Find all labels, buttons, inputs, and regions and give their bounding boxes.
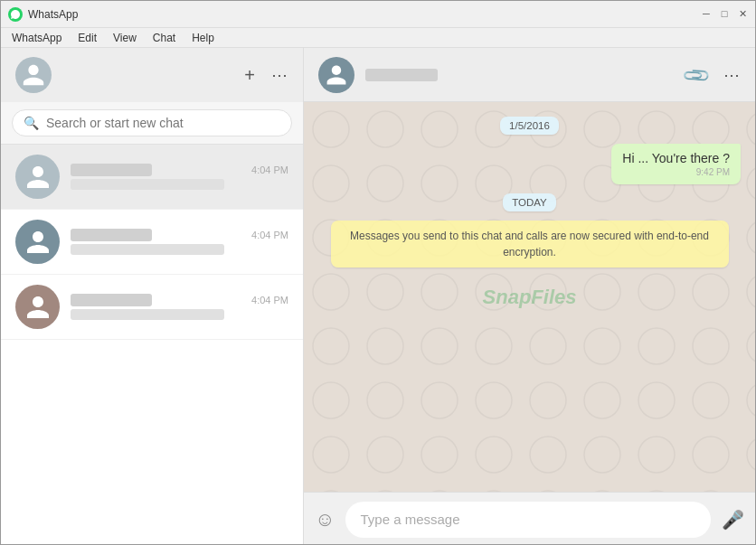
- active-contact-name: [365, 69, 438, 81]
- contact-name: [71, 294, 152, 306]
- chat-info: 4:04 PM: [71, 229, 288, 255]
- menu-chat[interactable]: Chat: [146, 30, 183, 46]
- date-badge: TODAY: [503, 193, 556, 211]
- chat-item[interactable]: 4:04 PM: [1, 210, 303, 275]
- encryption-notice: Messages you send to this chat and calls…: [331, 221, 729, 268]
- message-wrapper: Hi ... You're there ? 9:42 PM: [318, 144, 741, 184]
- contact-avatar: [15, 220, 60, 264]
- chat-preview: [71, 179, 224, 190]
- new-chat-button[interactable]: +: [244, 65, 255, 86]
- left-panel: + ⋯ 🔍 4:04 PM: [1, 48, 304, 545]
- date-badge: 1/5/2016: [500, 117, 559, 135]
- message-input[interactable]: [345, 502, 711, 538]
- emoji-button[interactable]: ☺: [315, 508, 335, 531]
- chat-time: 4:04 PM: [251, 295, 288, 305]
- contact-avatar: [15, 285, 60, 329]
- menu-bar: WhatsApp Edit View Chat Help: [1, 28, 755, 48]
- close-button[interactable]: ✕: [737, 9, 748, 20]
- menu-whatsapp[interactable]: WhatsApp: [5, 30, 69, 46]
- menu-view[interactable]: View: [106, 30, 144, 46]
- chat-item[interactable]: 4:04 PM: [1, 145, 303, 210]
- message-text: Hi ... You're there ?: [622, 151, 730, 165]
- contact-info: [365, 69, 674, 81]
- chat-item[interactable]: 4:04 PM: [1, 275, 303, 340]
- chat-preview: [71, 244, 224, 255]
- maximize-button[interactable]: □: [719, 9, 730, 20]
- active-contact-avatar[interactable]: [318, 57, 354, 93]
- search-input[interactable]: [46, 116, 280, 130]
- right-header: 📎 ⋯: [304, 48, 755, 102]
- app-icon: [8, 7, 23, 22]
- title-bar: WhatsApp ─ □ ✕: [1, 1, 755, 28]
- search-icon: 🔍: [24, 116, 39, 130]
- search-bar: 🔍: [1, 102, 303, 145]
- message-bubble: Hi ... You're there ? 9:42 PM: [611, 144, 741, 184]
- chat-time: 4:04 PM: [251, 164, 288, 175]
- window-title: WhatsApp: [28, 8, 701, 21]
- profile-avatar[interactable]: [15, 57, 52, 93]
- left-header: + ⋯: [1, 48, 303, 102]
- contact-name: [71, 229, 152, 241]
- watermark: SnapFiles: [483, 286, 577, 309]
- minimize-button[interactable]: ─: [701, 9, 712, 20]
- input-area: ☺ 🎤: [304, 492, 755, 545]
- chat-info: 4:04 PM: [71, 164, 288, 190]
- messages-area: SnapFiles 1/5/2016 Hi ... You're there ?…: [304, 102, 755, 492]
- menu-help[interactable]: Help: [184, 30, 222, 46]
- mic-button[interactable]: 🎤: [722, 509, 744, 531]
- contact-avatar: [15, 155, 60, 199]
- app-container: + ⋯ 🔍 4:04 PM: [1, 48, 755, 545]
- contact-name: [71, 164, 152, 176]
- left-header-actions: + ⋯: [244, 65, 288, 86]
- search-input-wrapper[interactable]: 🔍: [12, 109, 292, 136]
- attach-button[interactable]: 📎: [680, 59, 712, 90]
- right-header-actions: 📎 ⋯: [685, 64, 741, 86]
- chat-preview: [71, 309, 224, 320]
- more-options-button[interactable]: ⋯: [723, 65, 741, 85]
- chat-time: 4:04 PM: [251, 230, 288, 240]
- chat-info: 4:04 PM: [71, 294, 288, 320]
- menu-edit[interactable]: Edit: [71, 30, 104, 46]
- window-controls[interactable]: ─ □ ✕: [701, 9, 748, 20]
- message-time: 9:42 PM: [622, 167, 730, 177]
- chat-list: 4:04 PM 4:04 PM: [1, 145, 303, 545]
- right-panel: 📎 ⋯ SnapFiles 1/5/2016 Hi ... You're the…: [304, 48, 755, 545]
- more-options-button[interactable]: ⋯: [271, 65, 288, 85]
